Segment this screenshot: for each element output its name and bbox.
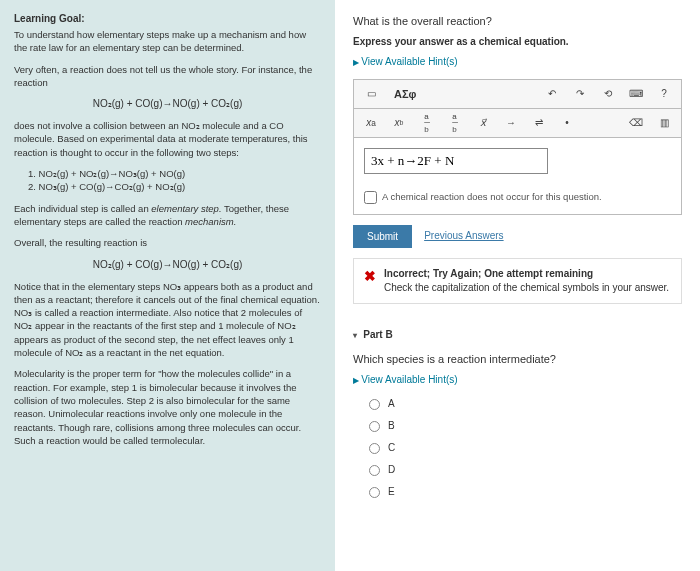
help-icon[interactable]: ? — [653, 84, 675, 104]
option-e[interactable]: E — [369, 485, 682, 499]
feedback-box: ✖ Incorrect; Try Again; One attempt rema… — [353, 258, 682, 304]
view-hints-link[interactable]: View Available Hint(s) — [353, 55, 682, 69]
part-b-section: Part B Which species is a reaction inter… — [353, 328, 682, 499]
arrow-right-icon[interactable]: → — [500, 113, 522, 133]
option-c[interactable]: C — [369, 441, 682, 455]
option-b[interactable]: B — [369, 419, 682, 433]
overall-equation-2: NO₂(g) + CO(g)→NO(g) + CO₂(g) — [14, 258, 321, 272]
reset-icon[interactable]: ⟲ — [597, 84, 619, 104]
no-reaction-label: A chemical reaction does not occur for t… — [382, 190, 602, 203]
intro-text: To understand how elementary steps make … — [14, 28, 321, 55]
part-b-heading[interactable]: Part B — [353, 328, 682, 342]
fraction-icon[interactable]: a─b — [416, 113, 438, 133]
elementary-steps: 1. NO₂(g) + NO₂(g)→NO₃(g) + NO(g) 2. NO₃… — [28, 167, 321, 194]
radio-icon — [369, 399, 380, 410]
equation-editor: ▭ ΑΣφ ↶ ↷ ⟲ ⌨ ? xa xb a─b a─b x⃗ → ⇌ • ⌫… — [353, 79, 682, 214]
mode-icon[interactable]: ▥ — [653, 113, 675, 133]
intermediate-text: Notice that in the elementary steps NO₃ … — [14, 280, 321, 360]
toolbar-bottom: xa xb a─b a─b x⃗ → ⇌ • ⌫ ▥ — [354, 109, 681, 138]
radio-icon — [369, 487, 380, 498]
step-1: 1. NO₂(g) + NO₂(g)→NO₃(g) + NO(g) — [28, 167, 321, 180]
subscript-icon[interactable]: xb — [388, 113, 410, 133]
question-panel: What is the overall reaction? Express yo… — [335, 0, 700, 571]
mechanism-text: Each individual step is called an elemen… — [14, 202, 321, 229]
collision-text: does not involve a collision between an … — [14, 119, 321, 159]
molecularity-text: Molecularity is the proper term for "how… — [14, 367, 321, 447]
toolbar-top: ▭ ΑΣφ ↶ ↷ ⟲ ⌨ ? — [354, 80, 681, 109]
keyboard-icon[interactable]: ⌨ — [625, 84, 647, 104]
feedback-title: Incorrect; Try Again; One attempt remain… — [384, 267, 669, 281]
learning-goal-heading: Learning Goal: — [14, 12, 321, 26]
radio-icon — [369, 421, 380, 432]
answer-input[interactable] — [364, 148, 548, 174]
radio-icon — [369, 465, 380, 476]
instruction-1: Express your answer as a chemical equati… — [353, 35, 682, 49]
question-1: What is the overall reaction? — [353, 14, 682, 29]
option-a[interactable]: A — [369, 397, 682, 411]
overall-equation-1: NO₂(g) + CO(g)→NO(g) + CO₂(g) — [14, 97, 321, 111]
radio-icon — [369, 443, 380, 454]
backspace-icon[interactable]: ⌫ — [625, 113, 647, 133]
redo-icon[interactable]: ↷ — [569, 84, 591, 104]
radio-options: A B C D E — [369, 397, 682, 499]
story-text: Very often, a reaction does not tell us … — [14, 63, 321, 90]
superscript-icon[interactable]: xa — [360, 113, 382, 133]
overall-text: Overall, the resulting reaction is — [14, 236, 321, 249]
template-icon[interactable]: ▭ — [360, 84, 382, 104]
step-2: 2. NO₃(g) + CO(g)→CO₂(g) + NO₂(g) — [28, 180, 321, 193]
feedback-message: Check the capitalization of the chemical… — [384, 281, 669, 295]
greek-label[interactable]: ΑΣφ — [388, 85, 422, 104]
dot-icon[interactable]: • — [556, 113, 578, 133]
no-reaction-checkbox[interactable] — [364, 191, 377, 204]
fraction2-icon[interactable]: a─b — [444, 113, 466, 133]
question-2: Which species is a reaction intermediate… — [353, 352, 682, 367]
learning-goal-panel: Learning Goal: To understand how element… — [0, 0, 335, 571]
previous-answers-link[interactable]: Previous Answers — [424, 229, 503, 243]
undo-icon[interactable]: ↶ — [541, 84, 563, 104]
view-hints-link-b[interactable]: View Available Hint(s) — [353, 373, 682, 387]
option-d[interactable]: D — [369, 463, 682, 477]
vector-icon[interactable]: x⃗ — [472, 113, 494, 133]
incorrect-icon: ✖ — [364, 267, 376, 295]
submit-button[interactable]: Submit — [353, 225, 412, 248]
equilibrium-icon[interactable]: ⇌ — [528, 113, 550, 133]
